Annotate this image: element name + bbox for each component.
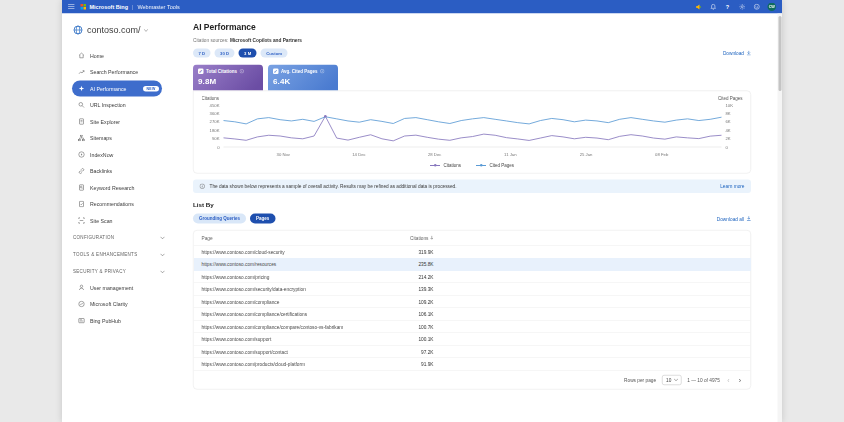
site-selector[interactable]: contoso.com/ xyxy=(62,22,186,39)
column-header-citations[interactable]: Citations xyxy=(359,235,434,241)
document-magnifier-icon xyxy=(78,184,85,191)
user-avatar[interactable]: CW xyxy=(768,3,777,12)
page-url[interactable]: https://www.contoso.com/resources xyxy=(194,261,277,267)
page-url[interactable]: https://www.contoso.com/pricing xyxy=(194,274,270,280)
time-filter-30d[interactable]: 30 D xyxy=(215,49,235,58)
newspaper-icon xyxy=(78,317,85,324)
table-row[interactable]: https://www.contoso.com/security/data-en… xyxy=(194,283,751,296)
previous-page-button[interactable]: ‹ xyxy=(726,376,731,384)
document-check-icon xyxy=(78,201,85,208)
brand-name[interactable]: Microsoft Bing xyxy=(90,4,129,10)
tab-grounding-queries[interactable]: Grounding Queries xyxy=(193,214,246,224)
page-url[interactable]: https://www.contoso.com/support xyxy=(194,336,272,342)
citations-value: 97.2K xyxy=(359,349,434,355)
magnifier-icon xyxy=(78,102,85,109)
sidebar-item-recommendations[interactable]: Recommendations xyxy=(72,196,162,212)
chevron-down-icon xyxy=(144,27,148,31)
vertical-scrollbar[interactable] xyxy=(778,14,783,422)
page-url[interactable]: https://www.contoso.com/support/contact xyxy=(194,349,288,355)
citations-value: 91.9K xyxy=(359,361,434,367)
table-row[interactable]: https://www.contoso.com/compliance109.2K xyxy=(194,295,751,308)
chart-legend: Citations Cited Pages xyxy=(201,163,744,168)
table-row[interactable]: https://www.contoso.com/support100.1K xyxy=(194,333,751,346)
citation-sources: Citation sources:Microsoft Copilots and … xyxy=(193,37,751,43)
next-page-button[interactable]: › xyxy=(737,376,742,384)
sidebar-item-site-scan[interactable]: Site Scan xyxy=(72,213,162,229)
hamburger-menu-icon[interactable] xyxy=(68,4,75,9)
legend-citations[interactable]: Citations xyxy=(430,163,461,168)
legend-cited-pages[interactable]: Cited Pages xyxy=(476,163,514,168)
table-row[interactable]: https://www.contoso.com/compliance/certi… xyxy=(194,308,751,321)
sidebar-item-sitemaps[interactable]: Sitemaps xyxy=(72,130,162,146)
table-row[interactable]: https://www.contoso.com/pricing214.2K xyxy=(194,270,751,283)
tab-pages[interactable]: Pages xyxy=(250,214,275,224)
column-header-page[interactable]: Page xyxy=(194,235,213,241)
table-row[interactable]: https://www.contoso.com/cloud-security31… xyxy=(194,245,751,258)
notifications-bell-icon[interactable] xyxy=(710,3,717,10)
svg-text:0: 0 xyxy=(726,145,729,150)
citations-value: 100.1K xyxy=(359,336,434,342)
svg-text:25 Jan: 25 Jan xyxy=(580,152,593,157)
scrollbar-thumb[interactable] xyxy=(778,16,781,91)
sidebar-item-home[interactable]: Home xyxy=(72,48,162,64)
sidebar-item-label: Keyword Research xyxy=(90,185,134,191)
sidebar-item-bing-pubhub[interactable]: Bing PubHub xyxy=(72,313,162,329)
checkbox-checked-icon[interactable]: ✓ xyxy=(273,69,279,75)
page-url[interactable]: https://www.contoso.com/compliance xyxy=(194,299,280,305)
product-name[interactable]: Webmaster Tools xyxy=(137,4,179,10)
list-by-tabs: Grounding Queries Pages Download all xyxy=(193,214,751,224)
time-filter-custom[interactable]: Custom xyxy=(261,49,288,58)
whats-new-megaphone-icon[interactable] xyxy=(695,3,702,10)
time-filter-3m[interactable]: 3 M xyxy=(239,49,257,58)
page-url[interactable]: https://www.contoso.com/cloud-security xyxy=(194,249,285,255)
rows-per-page-select[interactable]: 10 xyxy=(662,375,681,385)
citations-value: 214.2K xyxy=(359,274,434,280)
citation-sources-label: Citation sources: xyxy=(193,37,228,43)
page-url[interactable]: https://www.contoso.com/compliance/compa… xyxy=(194,324,344,330)
sidebar-item-url-inspection[interactable]: URL Inspection xyxy=(72,97,162,113)
metric-card-total-citations[interactable]: ✓ Total Citations 9.8M xyxy=(193,65,263,91)
sidebar-item-keyword-research[interactable]: Keyword Research xyxy=(72,180,162,196)
table-header-row: Page Citations xyxy=(194,231,751,246)
sidebar-section-tools-enhancements[interactable]: TOOLS & ENHANCEMENTS xyxy=(62,247,186,263)
sidebar-item-user-management[interactable]: User management xyxy=(72,280,162,296)
right-axis-title: Cited Pages xyxy=(718,96,743,101)
svg-text:270K: 270K xyxy=(210,119,220,124)
sidebar-item-microsoft-clarity[interactable]: Microsoft Clarity xyxy=(72,296,162,312)
checkbox-checked-icon[interactable]: ✓ xyxy=(198,69,204,75)
sidebar-item-label: Recommendations xyxy=(90,201,134,207)
sidebar-section-configuration[interactable]: CONFIGURATION xyxy=(62,230,186,246)
sort-descending-icon xyxy=(430,236,434,241)
table-row-highlighted[interactable]: https://www.contoso.com/resources235.8K xyxy=(194,258,751,271)
time-filter-7d[interactable]: 7 D xyxy=(193,49,211,58)
sidebar-item-label: User management xyxy=(90,285,133,291)
sidebar-item-site-explorer[interactable]: Site Explorer xyxy=(72,114,162,130)
page-url[interactable]: https://www.contoso.com/security/data-en… xyxy=(194,286,306,292)
left-axis-title: Citations xyxy=(202,96,220,101)
sidebar-section-security-privacy[interactable]: SECURITY & PRIVACY xyxy=(62,264,186,280)
app-window: Microsoft Bing | Webmaster Tools ? CW xyxy=(62,0,782,422)
settings-gear-icon[interactable] xyxy=(739,3,746,10)
page-url[interactable]: https://www.contoso.com/compliance/certi… xyxy=(194,311,308,317)
indexnow-icon xyxy=(78,151,85,158)
help-icon[interactable]: ? xyxy=(724,3,731,10)
feedback-smiley-icon[interactable] xyxy=(753,3,760,10)
table-row[interactable]: https://www.contoso.com/compliance/compa… xyxy=(194,320,751,333)
table-row[interactable]: https://www.contoso.com/products/cloud-p… xyxy=(194,358,751,371)
table-row[interactable]: https://www.contoso.com/support/contact9… xyxy=(194,345,751,358)
topbar-actions: ? CW xyxy=(695,3,776,12)
rows-per-page-value: 10 xyxy=(666,377,671,383)
info-icon xyxy=(200,184,206,190)
learn-more-link[interactable]: Learn more xyxy=(720,184,744,190)
sidebar-item-backlinks[interactable]: Backlinks xyxy=(72,163,162,179)
metric-card-avg-cited-pages[interactable]: ✓ Avg. Cited Pages 6.4K xyxy=(268,65,338,91)
time-filter-row: 7 D 30 D 3 M Custom Download xyxy=(193,49,751,58)
microsoft-logo-icon xyxy=(81,4,87,10)
sidebar-item-ai-performance[interactable]: AI Performance NEW xyxy=(72,81,162,97)
download-button[interactable]: Download xyxy=(723,50,751,56)
download-all-button[interactable]: Download all xyxy=(717,216,751,222)
page-url[interactable]: https://www.contoso.com/products/cloud-p… xyxy=(194,361,305,367)
svg-text:14 Dec: 14 Dec xyxy=(352,152,366,157)
sidebar-item-search-performance[interactable]: Search Performance xyxy=(72,64,162,80)
sidebar-item-indexnow[interactable]: IndexNow xyxy=(72,147,162,163)
